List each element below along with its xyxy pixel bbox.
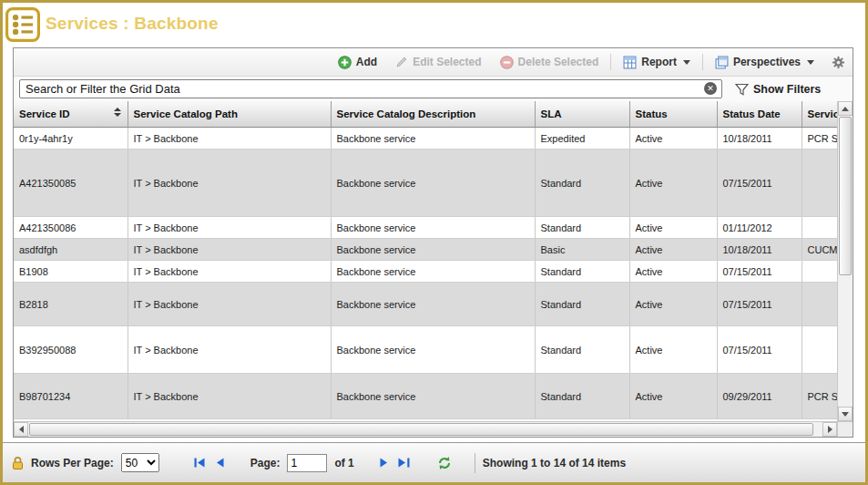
next-page-button[interactable] — [374, 454, 394, 472]
filter-icon — [735, 83, 749, 96]
cell-path: IT > Backbone — [128, 261, 331, 283]
cell-description: Backbone service — [331, 217, 535, 239]
cell-service_id: asdfdfgh — [14, 239, 128, 261]
add-button[interactable]: Add — [332, 53, 383, 72]
chevron-down-icon — [683, 60, 690, 65]
column-header-catalog-path[interactable]: Service Catalog Path — [128, 101, 331, 128]
table-row[interactable]: asdfdfghIT > BackboneBackbone serviceBas… — [14, 239, 837, 261]
refresh-button[interactable] — [434, 454, 454, 472]
cell-service_h: PCR Sv — [802, 128, 837, 150]
cell-sla: Standard — [535, 283, 629, 326]
vertical-scrollbar[interactable] — [837, 101, 853, 421]
cell-status_date: 10/18/2011 — [717, 128, 802, 150]
search-input[interactable] — [19, 79, 722, 98]
toolbar-separator — [610, 54, 611, 70]
pagination-bar: Rows Per Page: 50 Page: of 1 Showing 1 t… — [3, 442, 865, 482]
gear-icon[interactable] — [832, 56, 845, 69]
titlebar: Services : Backbone — [3, 3, 865, 45]
footer-separator — [475, 453, 475, 473]
cell-service_id: 0r1y-4ahr1y — [14, 128, 128, 150]
cell-status: Active — [629, 150, 717, 217]
cell-description: Backbone service — [331, 239, 535, 261]
scroll-down-button[interactable] — [838, 407, 853, 421]
clear-search-icon[interactable]: ✕ — [704, 82, 717, 95]
cell-service_id: B1908 — [14, 261, 128, 283]
table-body: 0r1y-4ahr1yIT > BackboneBackbone service… — [14, 128, 837, 419]
delete-selected-button[interactable]: Delete Selected — [494, 53, 606, 72]
cell-status_date: 07/15/2011 — [717, 326, 802, 374]
horizontal-scroll-track[interactable] — [28, 422, 822, 437]
app-window: Services : Backbone Add Edit Selected — [0, 0, 868, 485]
cell-description: Backbone service — [331, 128, 535, 150]
edit-selected-button[interactable]: Edit Selected — [389, 53, 487, 71]
table-row[interactable]: 0r1y-4ahr1yIT > BackboneBackbone service… — [14, 128, 837, 150]
last-page-button[interactable] — [394, 454, 414, 472]
cell-description: Backbone service — [331, 326, 535, 374]
report-button[interactable]: Report — [617, 53, 697, 72]
rows-per-page-select[interactable]: 50 — [121, 453, 159, 472]
column-header-status[interactable]: Status — [629, 101, 717, 128]
arrow-left-icon — [19, 426, 24, 433]
services-table: Service ID Service Catalog Path Service … — [14, 101, 837, 419]
scroll-right-button[interactable] — [822, 422, 837, 437]
cell-sla: Basic — [535, 239, 629, 261]
cell-service_id: A421350086 — [14, 217, 128, 239]
cell-status_date: 07/15/2011 — [717, 150, 802, 217]
table-row[interactable]: A421350085IT > BackboneBackbone serviceS… — [14, 150, 837, 217]
column-header-service-id[interactable]: Service ID — [14, 101, 128, 128]
scroll-left-button[interactable] — [14, 422, 28, 437]
add-icon — [338, 56, 352, 69]
cell-path: IT > Backbone — [128, 283, 331, 326]
chevron-down-icon — [807, 60, 814, 65]
column-header-label: Status — [636, 108, 668, 119]
cell-path: IT > Backbone — [128, 128, 331, 150]
page-label: Page: — [250, 457, 281, 470]
rows-per-page-label: Rows Per Page: — [31, 457, 114, 470]
cell-status_date: 01/11/2012 — [717, 217, 802, 239]
report-label: Report — [641, 56, 677, 68]
delete-selected-label: Delete Selected — [518, 56, 599, 68]
cell-description: Backbone service — [331, 374, 535, 419]
cell-service_h: CUCM — [802, 239, 837, 261]
cell-path: IT > Backbone — [128, 326, 331, 374]
cell-service_h — [802, 283, 837, 326]
vertical-scroll-thumb[interactable] — [839, 117, 852, 275]
column-header-status-date[interactable]: Status Date — [717, 101, 802, 128]
table-header: Service ID Service Catalog Path Service … — [14, 101, 837, 128]
grid-panel: Add Edit Selected Delete Selected Report — [13, 47, 853, 438]
report-icon — [623, 56, 637, 69]
cell-service_h: PCR Sv — [802, 374, 837, 419]
cell-status: Active — [629, 261, 717, 283]
column-header-service-h[interactable]: Service H — [802, 101, 837, 128]
column-header-label: SLA — [541, 108, 562, 119]
cell-sla: Expedited — [535, 128, 629, 150]
toolbar: Add Edit Selected Delete Selected Report — [14, 48, 853, 77]
table-row[interactable]: B1908IT > BackboneBackbone serviceStanda… — [14, 261, 837, 283]
first-page-button[interactable] — [190, 454, 210, 472]
scrollbar-corner — [837, 421, 853, 437]
prev-page-button[interactable] — [210, 454, 230, 472]
perspectives-button[interactable]: Perspectives — [709, 53, 821, 72]
column-header-sla[interactable]: SLA — [535, 101, 629, 128]
table-row[interactable]: B392950088IT > BackboneBackbone serviceS… — [14, 326, 837, 374]
search-row: ✕ Show Filters — [14, 77, 853, 101]
scroll-up-button[interactable] — [838, 101, 853, 116]
cell-description: Backbone service — [331, 150, 535, 217]
column-header-catalog-description[interactable]: Service Catalog Description — [331, 101, 535, 128]
edit-selected-label: Edit Selected — [413, 56, 481, 68]
cell-service_id: B2818 — [14, 283, 128, 326]
horizontal-scroll-thumb[interactable] — [29, 423, 813, 436]
show-filters-button[interactable]: Show Filters — [735, 83, 821, 96]
table-row[interactable]: B98701234IT > BackboneBackbone serviceSt… — [14, 374, 837, 419]
table-row[interactable]: A421350086IT > BackboneBackbone serviceS… — [14, 217, 837, 239]
cell-description: Backbone service — [331, 283, 535, 326]
page-input[interactable] — [287, 454, 327, 472]
cell-path: IT > Backbone — [128, 150, 331, 217]
cell-service_h — [802, 217, 837, 239]
lock-icon — [12, 456, 24, 470]
cell-service_h — [802, 326, 837, 374]
add-label: Add — [356, 56, 377, 68]
table-row[interactable]: B2818IT > BackboneBackbone serviceStanda… — [14, 283, 837, 326]
vertical-scroll-track[interactable] — [838, 116, 853, 407]
horizontal-scrollbar[interactable] — [14, 421, 837, 437]
